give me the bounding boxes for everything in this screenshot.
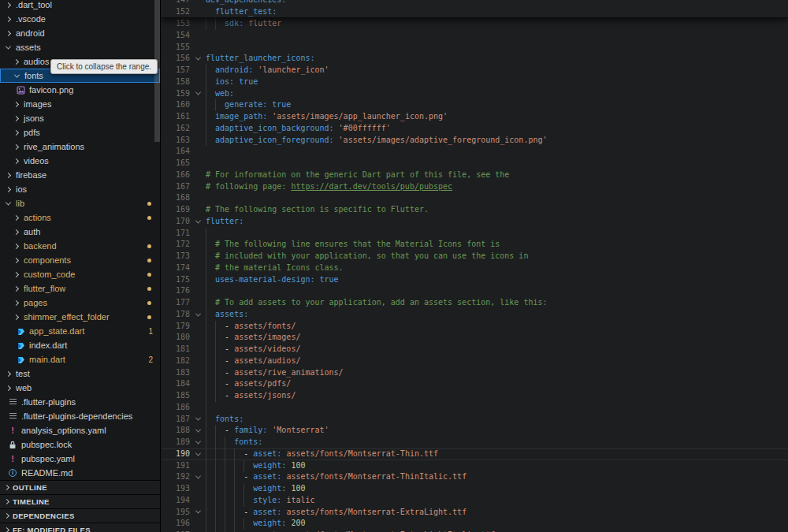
code-line-157[interactable]: 157 android: 'launcher_icon' — [162, 65, 788, 76]
code-line-152[interactable]: 152 flutter_test: — [162, 6, 788, 18]
chevron-right-icon[interactable] — [13, 314, 19, 319]
section-header-ff-modified-files[interactable]: FF: MODIFIED FILES — [0, 523, 160, 532]
tree-item-pages[interactable]: pages — [0, 296, 160, 310]
tree-item-readme-md[interactable]: iREADME.md — [0, 466, 160, 480]
chevron-right-icon[interactable] — [13, 285, 19, 291]
chevron-down-icon[interactable] — [14, 72, 20, 77]
editor-pane[interactable]: 153 sdk: flutter154155156flutter_launche… — [162, 0, 788, 532]
fold-icon[interactable] — [190, 309, 206, 321]
code-line-169[interactable]: 169# The following section is specific t… — [162, 204, 788, 216]
code-line-161[interactable]: 161 image_path: 'assets/images/app_launc… — [162, 111, 788, 123]
code-line-176[interactable]: 176 — [162, 285, 788, 297]
fold-icon[interactable] — [190, 53, 206, 65]
code-line-173[interactable]: 173 # included with your application, so… — [162, 251, 788, 262]
code-line-175[interactable]: 175 uses-material-design: true — [162, 274, 788, 286]
section-header-dependencies[interactable]: DEPENDENCIES — [0, 508, 160, 523]
fold-icon[interactable] — [190, 216, 206, 228]
tree-item-assets[interactable]: assets — [0, 40, 160, 54]
tree-item-favicon-png[interactable]: favicon.png — [0, 83, 160, 97]
code-line-181[interactable]: 181 - assets/videos/ — [162, 344, 788, 355]
tree-item-test[interactable]: test — [0, 366, 160, 381]
code-line-166[interactable]: 166# For information on the generic Dart… — [162, 169, 788, 181]
fold-icon[interactable] — [190, 437, 206, 448]
fold-icon[interactable] — [190, 425, 206, 437]
code-line-191[interactable]: 191 weight: 100 — [162, 460, 788, 472]
tree-item-main-dart[interactable]: main.dart2 — [0, 352, 160, 366]
chevron-right-icon[interactable] — [13, 257, 19, 262]
chevron-right-icon[interactable] — [6, 370, 11, 376]
chevron-down-icon[interactable] — [6, 199, 11, 205]
chevron-right-icon[interactable] — [13, 299, 19, 305]
chevron-right-icon[interactable] — [13, 143, 19, 149]
tree-item-auth[interactable]: auth — [0, 225, 160, 239]
code-line-158[interactable]: 158 ios: true — [162, 76, 788, 88]
section-header-timeline[interactable]: TIMELINE — [0, 494, 160, 508]
tree-item-shimmer-effect-folder[interactable]: shimmer_effect_folder — [0, 310, 160, 324]
code-line-174[interactable]: 174 # the material Icons class. — [162, 262, 788, 274]
fold-icon[interactable] — [190, 448, 206, 460]
code-line-190[interactable]: 190 - asset: assets/fonts/Montserrat-Thi… — [162, 448, 788, 460]
tree-item-actions[interactable]: actions — [0, 210, 160, 225]
code-line-184[interactable]: 184 - assets/pdfs/ — [162, 378, 788, 390]
code-line-162[interactable]: 162 adaptive_icon_background: '#00ffffff… — [162, 123, 788, 135]
tree-item-components[interactable]: components — [0, 253, 160, 267]
chevron-right-icon[interactable] — [13, 129, 19, 135]
code-line-196[interactable]: 196 weight: 200 — [162, 518, 788, 530]
fold-icon[interactable] — [190, 471, 206, 483]
code-line-179[interactable]: 179 - assets/fonts/ — [162, 321, 788, 333]
tree-item-pubspec-yaml[interactable]: !pubspec.yaml — [0, 452, 160, 466]
tree-item-rive-animations[interactable]: rive_animations — [0, 140, 160, 154]
tree-item-pdfs[interactable]: pdfs — [0, 125, 160, 140]
chevron-right-icon[interactable] — [13, 158, 19, 163]
section-header-outline[interactable]: OUTLINE — [0, 480, 160, 494]
code-line-147[interactable]: 147dev_dependencies: — [162, 0, 788, 6]
code-line-171[interactable]: 171 — [162, 228, 788, 240]
code-line-165[interactable]: 165 — [162, 158, 788, 169]
tree-item-custom-code[interactable]: custom_code — [0, 267, 160, 281]
chevron-right-icon[interactable] — [6, 2, 11, 7]
tree-item-pubspec-lock[interactable]: pubspec.lock — [0, 437, 160, 452]
chevron-right-icon[interactable] — [13, 271, 19, 277]
tree-item-dart-tool[interactable]: .dart_tool — [0, 0, 160, 12]
chevron-right-icon[interactable] — [6, 16, 11, 21]
code-line-193[interactable]: 193 weight: 100 — [162, 483, 788, 495]
tree-item-flutter-plugins[interactable]: .flutter-plugins — [0, 395, 160, 409]
chevron-right-icon[interactable] — [13, 229, 19, 234]
chevron-right-icon[interactable] — [6, 385, 11, 390]
chevron-right-icon[interactable] — [13, 214, 19, 220]
code-line-178[interactable]: 178 assets: — [162, 309, 788, 321]
code-line-163[interactable]: 163 adaptive_icon_foreground: 'assets/im… — [162, 135, 788, 147]
fold-icon[interactable] — [190, 414, 206, 426]
fold-icon[interactable] — [190, 507, 206, 519]
comment-link[interactable]: https://dart.dev/tools/pub/pubspec — [291, 182, 452, 191]
tree-item-analysis-options-yaml[interactable]: !analysis_options.yaml — [0, 423, 160, 437]
tree-item-web[interactable]: web — [0, 381, 160, 395]
code-line-159[interactable]: 159 web: — [162, 88, 788, 100]
code-line-195[interactable]: 195 - asset: assets/fonts/Montserrat-Ext… — [162, 507, 788, 519]
tree-item-index-dart[interactable]: index.dart — [0, 338, 160, 352]
code-line-156[interactable]: 156flutter_launcher_icons: — [162, 53, 788, 65]
code-line-170[interactable]: 170flutter: — [162, 216, 788, 228]
tree-item-ios[interactable]: ios — [0, 182, 160, 196]
code-line-177[interactable]: 177 # To add assets to your application,… — [162, 297, 788, 309]
tree-item-flutter-flow[interactable]: flutter_flow — [0, 281, 160, 296]
tree-item-lib[interactable]: lib — [0, 196, 160, 210]
chevron-right-icon[interactable] — [13, 58, 19, 64]
code-line-168[interactable]: 168 — [162, 192, 788, 204]
tree-item-videos[interactable]: videos — [0, 154, 160, 168]
code-line-167[interactable]: 167# following page: https://dart.dev/to… — [162, 181, 788, 193]
code-line-183[interactable]: 183 - assets/rive_animations/ — [162, 367, 788, 379]
code-line-160[interactable]: 160 generate: true — [162, 99, 788, 111]
tree-item-jsons[interactable]: jsons — [0, 111, 160, 125]
chevron-right-icon[interactable] — [6, 172, 11, 177]
tree-item-vscode[interactable]: .vscode — [0, 12, 160, 26]
tree-item-flutter-plugins-dependencies[interactable]: .flutter-plugins-dependencies — [0, 409, 160, 423]
code-line-187[interactable]: 187 fonts: — [162, 414, 788, 426]
chevron-right-icon[interactable] — [6, 30, 11, 35]
code-line-189[interactable]: 189 fonts: — [162, 437, 788, 448]
tree-item-images[interactable]: images — [0, 97, 160, 111]
code-line-172[interactable]: 172 # The following line ensures that th… — [162, 239, 788, 251]
code-line-192[interactable]: 192 - asset: assets/fonts/Montserrat-Thi… — [162, 471, 788, 483]
code-line-186[interactable]: 186 — [162, 402, 788, 414]
code-line-182[interactable]: 182 - assets/audios/ — [162, 355, 788, 367]
